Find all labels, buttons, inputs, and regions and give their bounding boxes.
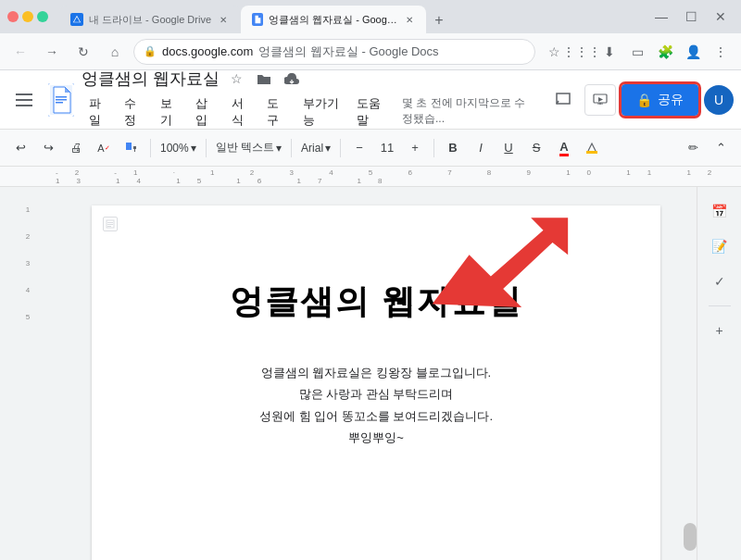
document-body: 엉클샘의 웹자료실은 킹왕장 블로그입니다. 많은 사랑과 관심 부탁드리며 성… — [158, 362, 594, 449]
drive-tab[interactable]: 내 드라이브 - Google Drive ✕ — [59, 6, 241, 33]
toolbar-right: ✏ ⌃ — [680, 135, 734, 161]
browser-window: 내 드라이브 - Google Drive ✕ 엉클샘의 웹자료실 - Goog… — [0, 0, 741, 560]
lock-icon: 🔒 — [144, 45, 157, 57]
docs-menu-bar: 파일 수정 보기 삽입 서식 도구 부가기능 도움말 몇 초 전에 마지막으로 … — [82, 92, 540, 132]
user-avatar[interactable]: U — [704, 85, 734, 115]
edit-mode-button[interactable]: ✏ — [680, 135, 706, 161]
italic-button[interactable]: I — [468, 135, 494, 161]
download-button[interactable]: ⬇ — [597, 39, 622, 65]
add-sidebar-button[interactable]: + — [705, 316, 735, 345]
win-close-right[interactable]: ✕ — [708, 4, 734, 30]
maximize-button[interactable] — [37, 11, 48, 22]
svg-rect-12 — [107, 222, 113, 223]
drive-tab-close[interactable]: ✕ — [217, 13, 230, 26]
menu-insert[interactable]: 삽입 — [188, 92, 221, 132]
scrollbar[interactable] — [684, 523, 697, 551]
svg-rect-13 — [107, 224, 113, 225]
docs-tab-close[interactable]: ✕ — [404, 13, 415, 26]
menu-edit[interactable]: 수정 — [117, 92, 150, 132]
profile-button[interactable]: 👤 — [680, 39, 706, 65]
share-label: 공유 — [658, 92, 684, 108]
font-dropdown[interactable]: Arial ▾ — [297, 136, 334, 160]
back-button[interactable]: ← — [7, 39, 33, 65]
menu-help[interactable]: 도움말 — [349, 92, 393, 132]
tasks-sidebar-button[interactable]: ✓ — [705, 267, 735, 296]
font-size-plus-button[interactable]: + — [402, 135, 428, 161]
docs-main: 1 2 3 4 5 엉클샘의 웹자료실 엉클샘의 웹자료실은 킹왕장 블로그입니… — [0, 187, 741, 560]
forward-button[interactable]: → — [39, 39, 65, 65]
svg-rect-6 — [56, 99, 67, 101]
highlight-button[interactable] — [579, 135, 605, 161]
doc-page: 엉클샘의 웹자료실 엉클샘의 웹자료실은 킹왕장 블로그입니다. 많은 사랑과 … — [92, 205, 660, 560]
refresh-button[interactable]: ↻ — [70, 39, 96, 65]
google-apps-button[interactable]: ⋮⋮⋮ — [569, 39, 595, 65]
docs-favicon — [252, 13, 263, 26]
menu-addons[interactable]: 부가기능 — [295, 92, 348, 132]
toolbar-divider-4 — [340, 139, 341, 157]
undo-button[interactable]: ↩ — [7, 135, 33, 161]
extensions-button[interactable]: 🧩 — [652, 39, 678, 65]
cast-button[interactable]: ▭ — [624, 39, 650, 65]
home-button[interactable]: ⌂ — [102, 39, 128, 65]
menu-format[interactable]: 서식 — [224, 92, 257, 132]
win-restore-right[interactable]: ☐ — [678, 4, 704, 30]
docs-appbar-right: 🔒 공유 U — [547, 84, 734, 116]
comment-button[interactable] — [547, 84, 579, 116]
star-icon[interactable]: ☆ — [225, 68, 247, 90]
bold-button[interactable]: B — [440, 135, 466, 161]
docs-sidebar-left: 1 2 3 4 5 — [0, 187, 56, 560]
document-main-title[interactable]: 엉클샘의 웹자료실 — [158, 280, 594, 325]
settings-button[interactable]: ⋮ — [708, 39, 734, 65]
underline-button[interactable]: U — [496, 135, 521, 161]
docs-logo — [48, 83, 74, 117]
strikethrough-button[interactable]: S — [523, 135, 549, 161]
address-bar[interactable]: 🔒 docs.google.com 엉클샘의 웹자료실 - Google Doc… — [133, 39, 535, 65]
zoom-dropdown[interactable]: 100% ▾ — [157, 136, 200, 160]
redo-button[interactable]: ↪ — [35, 135, 61, 161]
svg-rect-5 — [56, 96, 67, 98]
svg-rect-9 — [126, 143, 132, 150]
toolbar-divider-2 — [206, 139, 207, 157]
docs-appbar: 엉클샘의 웹자료실 ☆ 파일 수정 보기 삽입 서식 도구 부가기능 도움말 몇… — [0, 70, 741, 130]
menu-file[interactable]: 파일 — [82, 92, 115, 132]
move-to-folder-icon[interactable] — [253, 68, 275, 90]
svg-rect-7 — [56, 102, 63, 104]
present-button[interactable] — [584, 84, 616, 116]
paint-format-button[interactable] — [119, 135, 144, 161]
browser-navbar: ← → ↻ ⌂ 🔒 docs.google.com 엉클샘의 웹자료실 - Go… — [0, 33, 741, 70]
notes-sidebar-button[interactable]: 📝 — [705, 231, 735, 261]
doc-line-3: 성원에 힘 입어 똥꼬소를 보여드리겠습니다. — [158, 405, 594, 427]
font-size-minus-button[interactable]: − — [346, 135, 372, 161]
docs-toolbar: ↩ ↪ 🖨 A✓ 100% ▾ 일반 텍스트 ▾ Arial ▾ − 11 + … — [0, 130, 741, 167]
window-controls — [7, 11, 48, 22]
page-icon — [103, 217, 118, 231]
toolbar-collapse-button[interactable]: ⌃ — [708, 135, 734, 161]
drive-favicon — [70, 13, 83, 26]
menu-tools[interactable]: 도구 — [259, 92, 293, 132]
svg-rect-0 — [16, 93, 32, 95]
win-minimize-right[interactable]: — — [648, 4, 674, 30]
minimize-button[interactable] — [22, 11, 33, 22]
hamburger-menu-icon[interactable] — [7, 83, 41, 117]
docs-sidebar-right: 📅 📝 ✓ + — [697, 187, 741, 560]
docs-content-area[interactable]: 엉클샘의 웹자료실 엉클샘의 웹자료실은 킹왕장 블로그입니다. 많은 사랑과 … — [56, 187, 697, 560]
style-dropdown[interactable]: 일반 텍스트 ▾ — [212, 136, 285, 160]
toolbar-divider-5 — [433, 139, 434, 157]
font-size-display[interactable]: 11 — [374, 135, 400, 161]
text-color-button[interactable]: A — [551, 135, 577, 161]
ruler: -2 -1 · 1 2 3 4 5 6 7 8 9 10 11 12 13 14… — [0, 167, 741, 187]
spell-check-button[interactable]: A✓ — [91, 135, 117, 161]
print-button[interactable]: 🖨 — [63, 135, 89, 161]
cloud-save-icon[interactable] — [281, 68, 303, 90]
close-button[interactable] — [7, 11, 19, 22]
doc-line-1: 엉클샘의 웹자료실은 킹왕장 블로그입니다. — [158, 362, 594, 383]
new-tab-button[interactable]: + — [426, 7, 452, 33]
document-title[interactable]: 엉클샘의 웹자료실 — [82, 68, 220, 90]
share-button[interactable]: 🔒 공유 — [622, 84, 698, 116]
docs-tab[interactable]: 엉클샘의 웹자료실 - Google Do... ✕ — [241, 6, 426, 33]
calendar-sidebar-button[interactable]: 📅 — [705, 196, 735, 226]
browser-actions: ☆ ⋮⋮⋮ ⬇ ▭ 🧩 👤 ⋮ — [541, 39, 734, 65]
toolbar-divider-3 — [291, 139, 292, 157]
svg-rect-10 — [586, 151, 597, 154]
menu-view[interactable]: 보기 — [153, 92, 186, 132]
